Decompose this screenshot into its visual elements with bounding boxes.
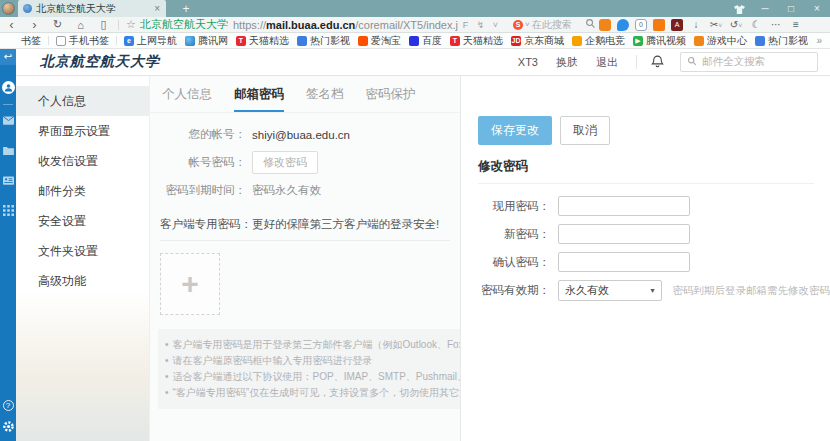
- quick-search-box[interactable]: S ˅ 在此搜索: [513, 18, 585, 32]
- night-mode-icon[interactable]: ☾: [746, 19, 766, 30]
- apps-grid-nav-icon[interactable]: [3, 205, 14, 218]
- folder-nav-icon[interactable]: [3, 145, 14, 157]
- mail-nav-icon[interactable]: [3, 115, 14, 127]
- shop-extension-icon[interactable]: [653, 19, 665, 31]
- bookmark-item[interactable]: ★书签: [8, 34, 41, 48]
- profile-nav-icon[interactable]: [2, 81, 15, 94]
- mail-search-box[interactable]: 邮件全文搜索: [680, 52, 818, 72]
- back-to-mail-icon[interactable]: ↩: [0, 49, 16, 65]
- tab-signature[interactable]: 签名档: [306, 86, 344, 112]
- account-row: 您的帐号： shiyi@buaa.edu.cn: [150, 127, 460, 142]
- browser-profile-avatar[interactable]: [2, 2, 15, 15]
- url-host: mail.buaa.edu.cn: [266, 19, 355, 31]
- bookmarks-bar: ★书签 手机书签 e上网导航 腾讯网 T天猫精选 热门影视 爱淘宝 百度 T天猫…: [0, 33, 830, 49]
- maximize-button[interactable]: □: [778, 3, 804, 14]
- bookmark-label: 企鹅电竞: [585, 34, 625, 48]
- sidebar-item-folders[interactable]: 文件夹设置: [16, 236, 149, 266]
- logout-link[interactable]: 退出: [596, 55, 618, 70]
- minimize-button[interactable]: ─: [752, 3, 778, 14]
- bird-extension-icon[interactable]: [617, 19, 629, 31]
- bookmark-item[interactable]: 腾讯网: [185, 34, 228, 48]
- bookmarks-overflow-icon[interactable]: »: [816, 35, 822, 46]
- skin-link[interactable]: 换肤: [556, 55, 578, 70]
- change-password-button[interactable]: 修改密码: [252, 151, 318, 174]
- back-icon[interactable]: ‹: [0, 18, 23, 32]
- current-password-input[interactable]: [558, 196, 690, 216]
- mail-header: 北京航空航天大学 XT3 换肤 退出 邮件全文搜索: [16, 49, 830, 76]
- bookmark-item[interactable]: 热门影视: [297, 34, 350, 48]
- sidebar-item-security[interactable]: 安全设置: [16, 206, 149, 236]
- sidebar-item-send-receive[interactable]: 收发信设置: [16, 146, 149, 176]
- engine-caret-icon[interactable]: ˅: [525, 20, 530, 29]
- bookmark-item[interactable]: T天猫精选: [236, 34, 289, 48]
- bookmark-item[interactable]: T天猫精选: [450, 34, 503, 48]
- cancel-button[interactable]: 取消: [560, 116, 610, 145]
- bookmark-item[interactable]: 百度: [409, 34, 442, 48]
- close-button[interactable]: ×: [804, 3, 830, 14]
- validity-select[interactable]: 永久有效 ▾: [558, 280, 662, 301]
- browser-tab-bar: 北京航空航天大学 × + ─ □ ×: [0, 0, 830, 17]
- chevron-down-icon[interactable]: ˅: [488, 20, 503, 30]
- bookmark-label: 京东商城: [524, 34, 564, 48]
- confirm-password-input[interactable]: [558, 252, 690, 272]
- new-password-input[interactable]: [558, 224, 690, 244]
- bookmark-item[interactable]: 游戏中心: [694, 34, 747, 48]
- bookmark-item[interactable]: 手机书签: [56, 34, 109, 48]
- translate-icon[interactable]: F: [458, 20, 473, 30]
- game-extension-icon[interactable]: [599, 19, 611, 31]
- settings-gear-icon[interactable]: [2, 420, 15, 435]
- reading-list-icon[interactable]: ▯: [92, 18, 115, 31]
- download-icon[interactable]: ↓: [686, 19, 706, 30]
- new-tab-button[interactable]: +: [175, 2, 197, 16]
- refresh-icon[interactable]: ↻: [46, 18, 69, 31]
- tab-personal-info[interactable]: 个人信息: [162, 86, 212, 112]
- contacts-nav-icon[interactable]: [3, 175, 14, 187]
- tab-close-icon[interactable]: ×: [153, 3, 161, 14]
- sidebar-item-mail-sorting[interactable]: 邮件分类: [16, 176, 149, 206]
- bookmark-item[interactable]: 爱淘宝: [358, 34, 401, 48]
- bullet-icon: •: [165, 355, 169, 366]
- menu-icon[interactable]: ≡: [786, 19, 806, 30]
- bookmark-item[interactable]: 热门影视: [755, 34, 808, 48]
- bookmark-item[interactable]: 企鹅电竞: [572, 34, 625, 48]
- account-settings-panel: 个人信息 邮箱密码 签名档 密码保护 您的帐号： shiyi@buaa.edu.…: [150, 76, 461, 441]
- screenshot-scissors-icon[interactable]: ✂˅: [706, 19, 726, 30]
- help-icon[interactable]: ?: [3, 400, 14, 411]
- message-extension-icon[interactable]: 0: [635, 19, 647, 31]
- browser-skin-icon[interactable]: [726, 3, 752, 14]
- search-icon[interactable]: [585, 18, 596, 31]
- sidebar-item-display[interactable]: 界面显示设置: [16, 116, 149, 146]
- bookmark-star-icon[interactable]: ☆: [122, 18, 140, 31]
- pdf-extension-icon[interactable]: A: [671, 19, 683, 31]
- url-text[interactable]: https://mail.buaa.edu.cn/coremail/XT5/in…: [233, 19, 458, 31]
- caret-glyph: ˅: [718, 22, 722, 29]
- xt3-link[interactable]: XT3: [518, 56, 538, 68]
- plus-icon: +: [181, 269, 199, 299]
- browser-tab-active[interactable]: 北京航空航天大学 ×: [18, 0, 166, 17]
- search-engine-icon[interactable]: S: [513, 20, 523, 30]
- form-heading: 修改密码: [478, 158, 814, 184]
- mail-page: ↩ ? 北京航空航天大学 XT3 换肤 退出: [0, 49, 830, 441]
- new-password-row: 新密码：: [478, 224, 830, 244]
- home-icon[interactable]: ⌂: [69, 19, 92, 31]
- bookmark-item[interactable]: ▶腾讯视频: [633, 34, 686, 48]
- notification-bell-icon[interactable]: [651, 55, 664, 70]
- browser-window: 北京航空航天大学 × + ─ □ × ‹ › ↻ ⌂ ▯ ☆ 北京航空航天大学 …: [0, 0, 830, 441]
- more-icon[interactable]: ⋯: [766, 19, 786, 30]
- bookmark-label: 手机书签: [69, 34, 109, 48]
- divider: [116, 36, 117, 45]
- cert-org-name: 北京航空航天大学: [140, 17, 228, 32]
- tmall-icon: T: [236, 36, 246, 46]
- add-client-password-button[interactable]: +: [160, 253, 220, 315]
- tab-password-protection[interactable]: 密码保护: [366, 86, 416, 112]
- bookmark-item[interactable]: e上网导航: [124, 34, 177, 48]
- compat-mode-icon[interactable]: ↯: [473, 20, 488, 30]
- undo-history-icon[interactable]: ↺˅: [726, 19, 746, 30]
- tab-mailbox-password[interactable]: 邮箱密码: [234, 86, 284, 112]
- sidebar-item-personal-info[interactable]: 个人信息: [16, 86, 149, 116]
- taobao-icon: [358, 36, 368, 46]
- save-changes-button[interactable]: 保存更改: [478, 116, 552, 145]
- expiry-row: 密码到期时间： 密码永久有效: [150, 183, 460, 198]
- forward-icon[interactable]: ›: [23, 18, 46, 32]
- bookmark-item[interactable]: JD京东商城: [511, 34, 564, 48]
